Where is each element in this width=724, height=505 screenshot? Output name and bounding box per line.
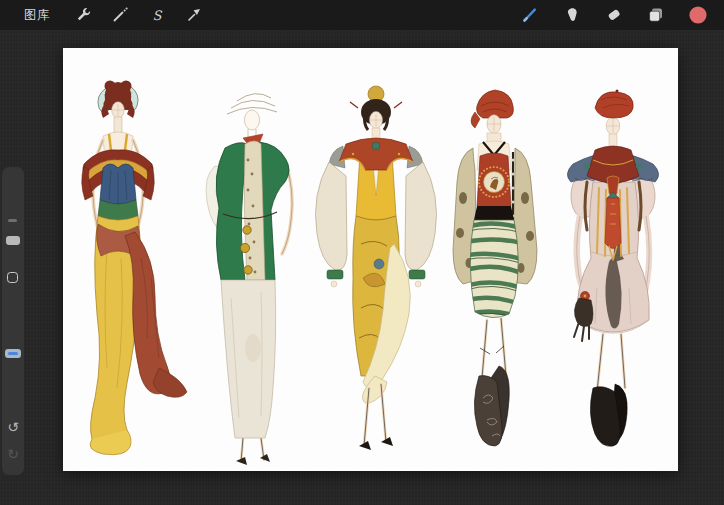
eraser-icon [605,6,623,24]
transform-arrow-icon [185,6,203,24]
selection-button[interactable]: S [147,5,167,25]
layers-button[interactable] [646,5,666,25]
paint-tool-button[interactable] [520,5,540,25]
brush-sidebar: ↺ ↻ [2,167,24,475]
layers-icon [647,6,665,24]
figure-1 [82,81,187,455]
brush-size-handle[interactable] [6,236,20,245]
actions-button[interactable] [73,5,93,25]
gallery-button[interactable]: 图库 [24,7,50,24]
erase-tool-button[interactable] [604,5,624,25]
transform-button[interactable] [184,5,204,25]
figure-5 [567,90,658,447]
color-swatch [688,5,708,25]
figure-4 [453,90,537,446]
opacity-handle[interactable] [5,349,21,358]
size-memory-tick [8,219,17,222]
adjustments-button[interactable] [110,5,130,25]
wrench-icon [74,6,92,24]
magic-wand-icon [111,6,129,24]
svg-text:S: S [153,8,163,23]
opacity-handle-bar [8,352,18,355]
selection-s-icon: S [148,6,166,24]
top-toolbar: 图库 S [0,0,724,30]
toolbar-left-group: 图库 S [24,5,204,25]
smudge-tool-button[interactable] [562,5,582,25]
figure-2 [206,94,292,465]
fashion-artwork [63,48,678,471]
color-button[interactable] [688,5,708,25]
modify-button[interactable] [7,272,18,283]
brush-icon [521,6,539,24]
toolbar-right-group [520,5,708,25]
drawing-canvas[interactable] [63,48,678,471]
undo-button[interactable]: ↺ [2,419,24,435]
opacity-slider[interactable] [2,317,24,377]
smudge-icon [563,6,581,24]
figure-3 [316,86,437,450]
redo-button[interactable]: ↻ [2,446,24,462]
